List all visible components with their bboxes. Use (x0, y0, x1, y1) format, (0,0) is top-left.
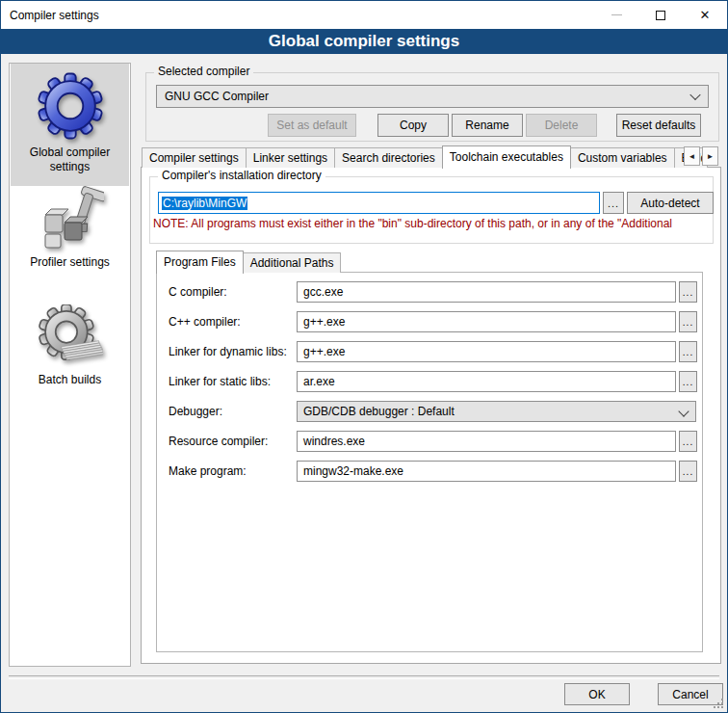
field-input[interactable]: g++.exe (297, 311, 676, 332)
tab-toolchain-executables[interactable]: Toolchain executables (442, 145, 571, 169)
field-row-debugger: Debugger: GDB/CDB debugger : Default ... (157, 401, 702, 422)
installation-directory-input[interactable]: C:\raylib\MinGW (158, 192, 600, 214)
minimize-button[interactable] (594, 1, 638, 29)
field-label: Linker for static libs: (169, 375, 271, 388)
field-label: Debugger: (169, 405, 222, 418)
field-label: Linker for dynamic libs: (169, 345, 287, 358)
compiler-select[interactable]: GNU GCC Compiler (156, 85, 709, 108)
delete-button[interactable]: Delete (526, 114, 597, 137)
chevron-down-icon (689, 90, 700, 100)
sidebar-item-label: Global compiler settings (11, 145, 129, 174)
installation-directory-group-label: Compiler's installation directory (158, 169, 325, 182)
field-label: Make program: (169, 464, 247, 478)
tab-linker-settings[interactable]: Linker settings (246, 147, 335, 168)
tab-scroll-right-button[interactable]: ► (702, 146, 718, 166)
field-browse-button[interactable]: ... (679, 311, 697, 332)
tab-scroll-left-button[interactable]: ◄ (684, 146, 700, 166)
field-input[interactable]: windres.exe (297, 431, 676, 452)
field-row-make-program: Make program: mingw32-make.exe ... (157, 461, 702, 482)
page-title: Global compiler settings (1, 29, 727, 54)
subtab-additional-paths[interactable]: Additional Paths (243, 252, 342, 273)
field-input[interactable]: mingw32-make.exe (297, 461, 676, 482)
tab-scroll-controls: ◄ ► (682, 146, 718, 166)
profiler-icon (11, 185, 129, 255)
rename-button[interactable]: Rename (452, 114, 523, 137)
sidebar-item-global-compiler-settings[interactable]: Global compiler settings (11, 64, 129, 186)
field-row-resource-compiler: Resource compiler: windres.exe ... (157, 431, 702, 452)
sidebar-item-profiler-settings[interactable]: Profiler settings (11, 183, 129, 287)
field-row-c-compiler: C compiler: gcc.exe ... (157, 281, 702, 303)
sidebar-item-label: Profiler settings (11, 255, 129, 270)
gear-blue-icon (11, 69, 129, 145)
auto-detect-button[interactable]: Auto-detect (627, 192, 714, 214)
title-bar[interactable]: Compiler settings ✕ (1, 1, 727, 29)
main-tab-strip: Compiler settingsLinker settingsSearch d… (142, 145, 708, 168)
program-files-panel: C compiler: gcc.exe ... C++ compiler: g+… (156, 272, 703, 652)
sidebar-item-label: Batch builds (11, 373, 129, 387)
field-browse-button[interactable]: ... (679, 371, 697, 392)
installation-directory-browse-button[interactable]: ... (603, 192, 624, 214)
selected-compiler-group: Selected compiler GNU GCC Compiler Set a… (145, 72, 719, 142)
field-browse-button[interactable]: ... (679, 431, 697, 452)
tab-scroll-right-icon: ► (707, 152, 715, 161)
field-input[interactable]: g++.exe (297, 341, 676, 362)
close-button[interactable]: ✕ (683, 1, 727, 29)
maximize-icon (656, 11, 665, 20)
set-as-default-button[interactable]: Set as default (268, 114, 356, 137)
tab-compiler-settings[interactable]: Compiler settings (142, 147, 247, 168)
minimize-icon (611, 14, 622, 15)
field-browse-button[interactable]: ... (679, 341, 697, 362)
field-label: C compiler: (169, 285, 227, 299)
copy-button[interactable]: Copy (377, 114, 449, 137)
selected-compiler-group-label: Selected compiler (154, 65, 253, 78)
close-icon: ✕ (700, 9, 711, 21)
sub-tab-strip: Program FilesAdditional Paths (156, 251, 341, 273)
field-label: C++ compiler: (169, 315, 241, 329)
compiler-settings-dialog: Compiler settings ✕ Global compiler sett… (0, 0, 728, 713)
installation-directory-group: Compiler's installation directory C:\ray… (149, 176, 714, 244)
installation-directory-value: C:\raylib\MinGW (162, 197, 247, 210)
tab-scroll-left-icon: ◄ (689, 152, 696, 161)
resize-grip-icon[interactable] (714, 699, 723, 708)
tab-custom-variables[interactable]: Custom variables (570, 147, 675, 168)
sidebar-item-batch-builds[interactable]: Batch builds (11, 303, 129, 405)
ok-button[interactable]: OK (564, 683, 630, 705)
field-browse-button[interactable]: ... (679, 281, 697, 303)
reset-defaults-button[interactable]: Reset defaults (616, 114, 701, 137)
field-row-linker-for-static-libs: Linker for static libs: ar.exe ... (157, 371, 702, 392)
field-browse-button[interactable]: ... (679, 461, 697, 482)
toolchain-executables-page: Compiler's installation directory C:\ray… (141, 167, 721, 664)
window-title: Compiler settings (10, 9, 99, 22)
compiler-select-value: GNU GCC Compiler (165, 90, 269, 103)
field-row-linker-for-dynamic-libs: Linker for dynamic libs: g++.exe ... (157, 341, 702, 362)
compiler-actions: Set as defaultCopyRenameDeleteReset defa… (268, 114, 701, 137)
maximize-button[interactable] (638, 1, 683, 29)
window-controls: ✕ (594, 1, 727, 29)
field-row-c-compiler: C++ compiler: g++.exe ... (157, 311, 702, 332)
installation-note: NOTE: All programs must exist either in … (153, 217, 716, 230)
footer-divider (9, 675, 719, 679)
field-input[interactable]: ar.exe (297, 371, 676, 392)
field-label: Resource compiler: (169, 435, 268, 448)
field-input[interactable]: gcc.exe (297, 281, 676, 303)
settings-sidebar: Global compiler settings Profiler s (9, 63, 131, 667)
tab-search-directories[interactable]: Search directories (334, 147, 443, 168)
batch-builds-icon (11, 304, 129, 373)
subtab-program-files[interactable]: Program Files (156, 251, 244, 274)
field-select[interactable]: GDB/CDB debugger : Default (297, 401, 696, 422)
